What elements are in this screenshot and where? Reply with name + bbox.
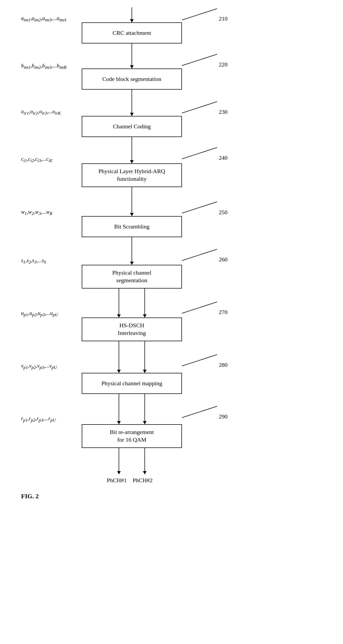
block-cbs-label: Code block segmentation — [102, 75, 161, 83]
block-bit-rearrange: Bit re-arrangement for 16 QAM — [82, 424, 182, 448]
var-s-s: s1,s2,s3,...sS — [21, 257, 46, 265]
var-u-p: up1,up2,up3,...upU — [21, 310, 58, 318]
ref-280: 280 — [219, 362, 228, 368]
phch2-label: PhCH#2 — [133, 477, 153, 484]
var-w-r: w1,w2,w3,...wR — [21, 209, 52, 216]
ref-line-210 — [182, 8, 217, 20]
ref-230: 230 — [219, 109, 228, 115]
block-bit-scrambling: Bit Scrambling — [82, 216, 182, 237]
var-r-p: rp1,rp2,rp3,...rpU — [21, 416, 56, 423]
arrow-pm-to-br-right — [144, 394, 145, 424]
block-hs-dsch: HS-DSCH Interleaving — [82, 318, 182, 341]
block-harq-label2: functionality — [117, 175, 147, 183]
ref-270: 270 — [219, 309, 228, 316]
block-pcs-label2: segmentation — [116, 277, 147, 284]
ref-240: 240 — [219, 154, 228, 161]
ref-220: 220 — [219, 61, 228, 68]
var-v-p: vp1,vp2,vp3,...vpU — [21, 363, 57, 370]
phch1-label: PhCH#1 — [107, 477, 127, 484]
arrow-pcs-to-hd-left — [119, 289, 119, 318]
block-crc-label: CRC attachment — [113, 29, 151, 37]
arrow-hd-to-pm-right — [144, 341, 145, 373]
ref-line-250 — [182, 202, 217, 213]
var-b-im: bim1,bim2,bim3,...bimB — [21, 63, 66, 70]
ref-line-260 — [182, 249, 217, 261]
arrow-pm-to-br-left — [119, 394, 119, 424]
block-phys-ch-seg: Physical channel segmentation — [82, 265, 182, 289]
ref-line-220 — [182, 54, 217, 66]
block-phys-ch-map: Physical channel mapping — [82, 373, 182, 394]
arrow-top-input — [132, 7, 132, 22]
block-harq-label: Physical Layer Hybrid-ARQ — [99, 168, 165, 175]
arrow-hd-to-pm-left — [119, 341, 119, 373]
block-crc: CRC attachment — [82, 22, 182, 43]
ref-line-290 — [182, 406, 217, 418]
arrow-crc-to-cbs — [132, 43, 132, 69]
arrow-br-to-phch2 — [144, 448, 145, 474]
arrow-bs-to-pcs — [132, 237, 132, 265]
var-c-i: ci1,ci2,ci3,...ciE — [21, 156, 52, 163]
ref-line-230 — [182, 101, 217, 113]
block-harq: Physical Layer Hybrid-ARQ functionality — [82, 163, 182, 187]
block-cc-label: Channel Coding — [113, 123, 151, 130]
var-o-ir: oir1,oir2,oir3,...oirK — [21, 109, 61, 116]
ref-250: 250 — [219, 209, 228, 216]
diagram-container: CRC attachment 210 bim1,bim2,bim3,...bim… — [0, 0, 343, 644]
ref-260: 260 — [219, 256, 228, 263]
ref-210: 210 — [219, 15, 228, 22]
block-pm-label: Physical channel mapping — [102, 380, 162, 387]
ref-290: 290 — [219, 413, 228, 420]
arrow-cbs-to-cc — [132, 90, 132, 116]
block-bs-label: Bit Scrambling — [114, 223, 149, 231]
block-hd-label1: HS-DSCH — [119, 322, 144, 329]
block-br-label2: for 16 QAM — [117, 436, 146, 444]
arrow-cc-to-harq — [132, 137, 132, 163]
ref-line-240 — [182, 147, 217, 159]
arrow-pcs-to-hd-right — [144, 289, 145, 318]
block-code-block-seg: Code block segmentation — [82, 69, 182, 90]
block-channel-coding: Channel Coding — [82, 116, 182, 137]
arrow-br-to-phch1 — [119, 448, 119, 474]
fig-label: FIG. 2 — [21, 493, 39, 500]
var-a-im: aim1,aim2,aim3,...aimA — [21, 15, 66, 23]
block-pcs-label1: Physical channel — [112, 269, 151, 277]
arrow-harq-to-bs — [132, 187, 132, 216]
block-br-label1: Bit re-arrangement — [110, 428, 154, 436]
ref-line-280 — [182, 354, 217, 366]
block-hd-label2: Interleaving — [118, 329, 146, 337]
ref-line-270 — [182, 302, 217, 314]
